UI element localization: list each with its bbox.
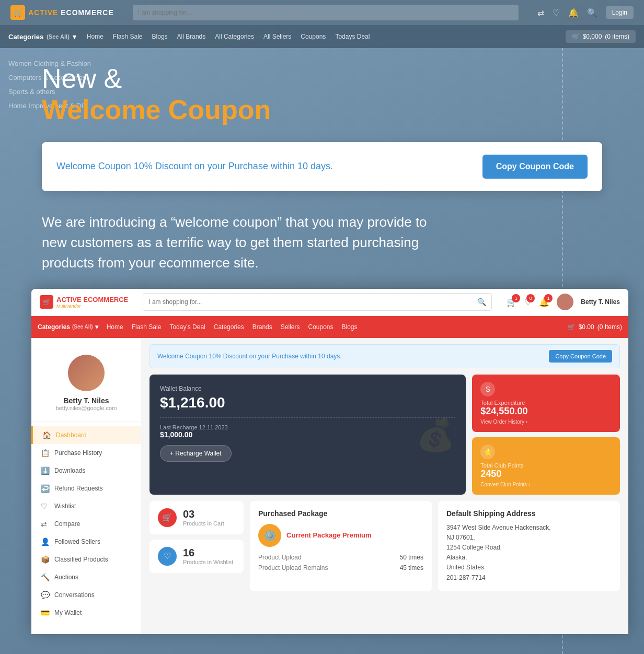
side-stats: $ Total Expenditure $24,550.00 View Orde…	[472, 375, 620, 495]
view-order-history-link[interactable]: View Order History ›	[480, 419, 612, 425]
package-icon-wrap: ⚙️ Current Package Premium	[258, 524, 423, 547]
inner-cart-icon[interactable]: 🛒1	[507, 297, 517, 307]
hero-title-line1: New &	[42, 64, 602, 94]
expenditure-amount: $24,550.00	[480, 406, 612, 417]
sidebar-item-wallet[interactable]: 💳 My Wallet	[31, 604, 141, 622]
search-input[interactable]	[138, 9, 513, 16]
cart-stat-icon: 🛒	[158, 508, 177, 527]
club-points-icon: ⭐	[480, 445, 495, 459]
avatar[interactable]	[557, 294, 573, 310]
nav-all-sellers[interactable]: All Sellers	[263, 33, 291, 40]
recharge-button[interactable]: + Recharge Wallet	[160, 445, 232, 462]
inner-categories-dropdown[interactable]: Categories (See All) ▾	[38, 323, 98, 331]
search-icon[interactable]: 🔍	[587, 8, 597, 18]
nav-flash-sale[interactable]: Flash Sale	[113, 33, 143, 40]
top-bar: 🛒 ACTIVE ECOMMERCE ⇄ ♡ 🔔 🔍 Login	[0, 0, 644, 25]
sidebar-item-classified[interactable]: 📦 Classified Products	[31, 551, 141, 568]
search-bar[interactable]	[133, 5, 519, 20]
sidebar-menu: 🏠 Dashboard 📋 Purchase History ⬇️ Downlo…	[31, 422, 141, 626]
inner-nav-sellers[interactable]: Sellers	[281, 323, 300, 331]
categories-dropdown[interactable]: Categories (See All) ▾	[8, 33, 76, 41]
inner-nav-blogs[interactable]: Blogs	[342, 323, 358, 331]
copy-coupon-button[interactable]: Copy Coupon Code	[482, 155, 588, 179]
refund-icon: ↩️	[41, 484, 49, 493]
sidebar-username: Betty T. Niles	[40, 396, 133, 405]
convert-club-points-link[interactable]: Convert Club Points ›	[480, 482, 612, 487]
top-icons: ⇄ ♡ 🔔 🔍 Login	[537, 6, 634, 19]
wallet-recharge-amount: $1,000.00	[160, 430, 455, 439]
inner-logo-sub: Multivendor	[56, 303, 128, 309]
wallet-recharge-info: Last Recharge 12.11.2023	[160, 424, 455, 430]
inner-sidebar: Betty T. Niles betty.niles@google.com 🏠 …	[31, 338, 141, 634]
compare-icon[interactable]: ⇄	[537, 8, 544, 18]
inner-top-bar: 🛒 ACTIVE ECOMMERCE Multivendor 🔍 🛒1 ♡0 🔔…	[31, 289, 628, 316]
followed-sellers-icon: 👤	[41, 538, 49, 546]
description-text: We are introducing a “welcome coupon” th…	[42, 212, 434, 273]
club-points-amount: 2450	[480, 469, 612, 480]
sidebar-email: betty.niles@google.com	[40, 405, 133, 411]
inner-content: Betty T. Niles betty.niles@google.com 🏠 …	[31, 338, 628, 634]
sidebar-item-wishlist[interactable]: ♡ Wishlist	[31, 497, 141, 515]
inner-logo[interactable]: 🛒 ACTIVE ECOMMERCE Multivendor	[40, 295, 128, 309]
logo-text: ACTIVE ECOMMERCE	[28, 8, 114, 17]
inner-nav-home[interactable]: Home	[107, 323, 123, 331]
sidebar-item-compare[interactable]: ⇄ Compare	[31, 515, 141, 533]
inner-notification-icon[interactable]: 🔔1	[539, 297, 549, 307]
wishlist-icon[interactable]: ♡	[553, 8, 560, 18]
inner-main: Welcome Coupon 10% Discount on your Purc…	[141, 338, 628, 634]
inner-search-bar[interactable]: 🔍	[143, 293, 492, 311]
inner-nav-flash[interactable]: Flash Sale	[132, 323, 162, 331]
package-upload-remains: Product Upload Remains 45 times	[258, 563, 423, 573]
sidebar-item-purchase-history[interactable]: 📋 Purchase History	[31, 444, 141, 462]
club-points-card: ⭐ Total Club Points 2450 Convert Club Po…	[472, 437, 620, 495]
inner-wishlist-icon[interactable]: ♡0	[524, 297, 532, 307]
login-button[interactable]: Login	[606, 6, 634, 19]
inner-cart-total[interactable]: 🛒 $0.00 (0 Items)	[568, 323, 622, 331]
address-text: 3947 West Side Avenue Hackensack, NJ 076…	[446, 523, 612, 583]
auctions-icon: 🔨	[41, 573, 49, 581]
inner-user-name: Betty T. Niles	[581, 298, 620, 306]
inner-nav-categories[interactable]: Categories	[214, 323, 244, 331]
sidebar-item-conversations[interactable]: 💬 Conversations	[31, 586, 141, 604]
nav-links: Home Flash Sale Blogs All Brands All Cat…	[87, 33, 370, 40]
wishlist-stat-icon: ♡	[158, 547, 177, 566]
wishlist-stat-card: ♡ 16 Products in Wishlist	[150, 540, 244, 573]
package-card: Purchased Package ⚙️ Current Package Pre…	[250, 501, 432, 591]
logo[interactable]: 🛒 ACTIVE ECOMMERCE	[10, 5, 114, 20]
sidebar-item-auctions[interactable]: 🔨 Auctions	[31, 568, 141, 586]
inner-nav: Categories (See All) ▾ Home Flash Sale T…	[31, 316, 628, 338]
sidebar-item-downloads[interactable]: ⬇️ Downloads	[31, 462, 141, 480]
sidebar-item-refund[interactable]: ↩️ Refund Requests	[31, 480, 141, 497]
sidebar-item-followed-sellers[interactable]: 👤 Followed Sellers	[31, 533, 141, 551]
cart-stat-number: 03	[183, 508, 224, 520]
wallet-card: Wallet Balance $1,216.00 Last Recharge 1…	[150, 375, 466, 495]
inner-nav-coupons[interactable]: Coupons	[308, 323, 333, 331]
sidebar-item-dashboard[interactable]: 🏠 Dashboard	[31, 426, 141, 444]
cart-button[interactable]: 🛒 $0,000 (0 items)	[566, 30, 636, 43]
inner-copy-coupon-button[interactable]: Copy Coupon Code	[549, 350, 612, 363]
inner-top-icons: 🛒1 ♡0 🔔1 Betty T. Niles	[507, 294, 620, 310]
inner-welcome-banner: Welcome Coupon 10% Discount on your Purc…	[150, 344, 620, 368]
sidebar-avatar	[68, 355, 105, 391]
package-product-upload: Product Upload 50 times	[258, 552, 423, 563]
inner-nav-brands[interactable]: Brands	[252, 323, 272, 331]
inner-nav-today[interactable]: Today's Deal	[169, 323, 205, 331]
inner-nav-links: Home Flash Sale Today's Deal Categories …	[107, 323, 358, 331]
expenditure-icon: $	[480, 382, 495, 396]
nav-coupons[interactable]: Coupons	[301, 33, 326, 40]
address-card: Default Shipping Address 3947 West Side …	[438, 501, 620, 591]
nav-blogs[interactable]: Blogs	[152, 33, 168, 40]
nav-todays-deal[interactable]: Todays Deal	[335, 33, 370, 40]
description-section: We are introducing a “welcome coupon” th…	[0, 191, 644, 289]
wallet-icon: 💳	[41, 609, 49, 617]
nav-all-brands[interactable]: All Brands	[177, 33, 206, 40]
package-upload-value: 50 times	[400, 554, 423, 561]
conversations-icon: 💬	[41, 591, 49, 599]
hero-title-line2: Welcome Coupon	[42, 94, 602, 126]
inner-welcome-text: Welcome Coupon 10% Discount on your Purc…	[157, 353, 342, 360]
nav-home[interactable]: Home	[87, 33, 104, 40]
package-icon: ⚙️	[258, 524, 281, 547]
notification-icon[interactable]: 🔔	[568, 8, 579, 18]
inner-search-input[interactable]	[148, 298, 477, 306]
nav-all-categories[interactable]: All Categories	[215, 33, 254, 40]
